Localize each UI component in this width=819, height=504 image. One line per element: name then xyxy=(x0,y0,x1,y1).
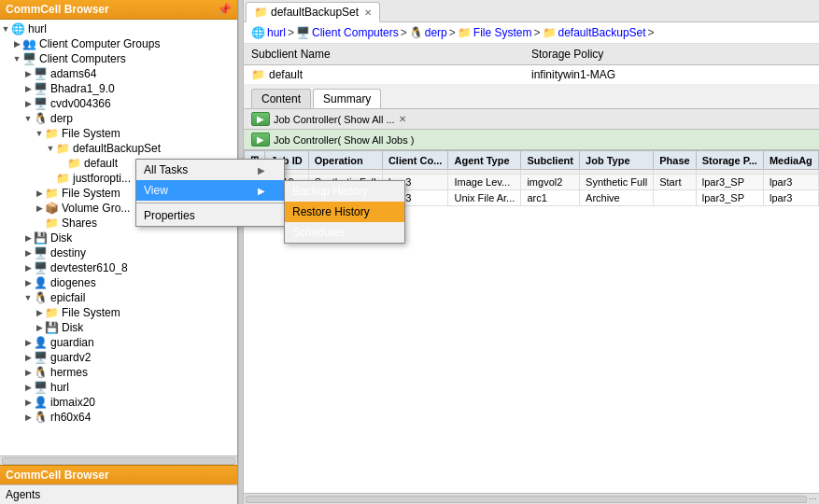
tree-item-hermes[interactable]: ▶🐧hermes xyxy=(0,365,237,380)
tree-item-epicfail-fs[interactable]: ▶📁File System xyxy=(0,305,237,320)
tree-item-client-computers[interactable]: ▼🖥️Client Computers xyxy=(0,51,237,66)
col-phase[interactable]: Phase xyxy=(654,151,697,170)
tree-label-shares: Shares xyxy=(62,217,97,230)
tree-item-devtester[interactable]: ▶🖥️devtester610_8 xyxy=(0,260,237,275)
tree-item-hurl2[interactable]: ▶🖥️hurl xyxy=(0,380,237,395)
bc-sep-3: > xyxy=(533,26,540,39)
tree-label-filesystem2: File System xyxy=(62,187,120,200)
tree-item-destiny[interactable]: ▶🖥️destiny xyxy=(0,245,237,260)
tree-icon-ibmaix20: 👤 xyxy=(34,396,48,409)
tree-label-bhadra1: Bhadra1_9.0 xyxy=(50,82,115,95)
job-controller-close[interactable]: ✕ xyxy=(399,114,406,124)
tab-default-backup-set[interactable]: 📁 defaultBackupSet ✕ xyxy=(246,2,380,22)
bc-icon-3: 📁 xyxy=(458,26,472,39)
subclient-row-icon: 📁 xyxy=(251,68,265,81)
view-submenu: Backup History Restore History Schedules xyxy=(284,180,405,244)
tree-label-epicfail-disk: Disk xyxy=(62,321,83,334)
col-client[interactable]: Client Co... xyxy=(382,151,448,170)
row2-storage-p: lpar3_SP xyxy=(696,190,763,206)
tree-item-filesystem[interactable]: ▼📁File System xyxy=(0,126,237,141)
tree-item-disk[interactable]: ▶💾Disk xyxy=(0,231,237,245)
tree-item-derp[interactable]: ▼🐧derp xyxy=(0,111,237,126)
tree-item-hurl[interactable]: ▼🌐hurl xyxy=(0,21,237,36)
horizontal-scrollbar[interactable]: ⋯ xyxy=(244,493,819,504)
tree-icon-guardian: 👤 xyxy=(34,336,48,349)
bc-item-0[interactable]: hurl xyxy=(267,26,286,39)
tree-icon-filesystem: 📁 xyxy=(45,127,59,140)
submenu-schedules[interactable]: Schedules xyxy=(285,222,404,243)
tree-item-epicfail[interactable]: ▼🐧epicfail xyxy=(0,290,237,305)
row1-storage-p: lpar3_SP xyxy=(696,175,763,190)
tree-label-destiny: destiny xyxy=(50,246,86,259)
ctx-separator xyxy=(136,203,284,203)
ctx-properties-label: Properties xyxy=(144,209,195,222)
col-job-type[interactable]: Job Type xyxy=(580,151,654,170)
job-bar-btn[interactable]: ▶ xyxy=(251,112,270,126)
ctx-properties[interactable]: Properties xyxy=(136,205,284,226)
tree-label-guardv2: guardv2 xyxy=(50,351,91,364)
tree-label-devtester: devtester610_8 xyxy=(50,261,128,274)
ctx-view[interactable]: View ▶ Backup History Restore History Sc… xyxy=(136,180,284,201)
ctx-all-tasks[interactable]: All Tasks ▶ xyxy=(136,160,284,180)
agents-label: Agents xyxy=(0,484,237,504)
bc-item-2[interactable]: derp xyxy=(425,26,447,39)
tree-icon-volumegroup: 📦 xyxy=(45,202,59,215)
tab-content[interactable]: Content xyxy=(251,89,311,108)
subclient-table-header: Subclient Name Storage Policy xyxy=(244,44,819,65)
tree-icon-bhadra1: 🖥️ xyxy=(34,82,48,95)
tree-item-defaultbackupset[interactable]: ▼📁defaultBackupSet xyxy=(0,141,237,156)
tree-icon-guardv2: 🖥️ xyxy=(34,351,48,364)
row2-agent-type: Unix File Ar... xyxy=(448,190,521,206)
submenu-backup-history[interactable]: Backup History xyxy=(285,181,404,202)
col-operation[interactable]: Operation xyxy=(308,151,382,170)
bc-item-4[interactable]: defaultBackupSet xyxy=(558,26,646,39)
row1-subclient: imgvol2 xyxy=(521,175,580,190)
col-subclient[interactable]: Subclient xyxy=(521,151,580,170)
tree-icon-rh60x64: 🐧 xyxy=(34,411,48,424)
tree-icon-justforoption: 📁 xyxy=(56,172,70,185)
sidebar-header: CommCell Browser 📌 xyxy=(0,0,237,20)
job-bar2-btn[interactable]: ▶ xyxy=(251,133,270,147)
tree-icon-client-groups: 👥 xyxy=(22,37,36,50)
tree-item-adams64[interactable]: ▶🖥️adams64 xyxy=(0,66,237,81)
tree-icon-client-computers: 🖥️ xyxy=(22,52,36,65)
tab-summary[interactable]: Summary xyxy=(313,89,381,108)
bc-sep-0: > xyxy=(288,26,294,39)
col-storage-p[interactable]: Storage P... xyxy=(696,151,763,170)
bc-item-3[interactable]: File System xyxy=(473,26,532,39)
subclient-table-row[interactable]: 📁 default infinitywin1-MAG xyxy=(244,65,819,85)
tree-label-derp: derp xyxy=(50,112,73,125)
tree-label-justforoption: justforopti... xyxy=(73,172,131,185)
submenu-restore-history[interactable]: Restore History xyxy=(285,202,404,222)
pin-icon: 📌 xyxy=(218,3,232,16)
tree-label-hurl: hurl xyxy=(28,22,47,35)
sidebar-title: CommCell Browser xyxy=(6,3,109,16)
tree-icon-derp: 🐧 xyxy=(34,112,48,125)
tree-icon-hermes: 🐧 xyxy=(34,366,48,379)
subclient-row-name: default xyxy=(269,68,303,81)
tab-close-icon[interactable]: ✕ xyxy=(364,7,372,18)
tree-icon-hurl: 🌐 xyxy=(11,22,25,35)
tree-item-cvdv[interactable]: ▶🖥️cvdv004366 xyxy=(0,96,237,111)
tree-item-guardv2[interactable]: ▶🖥️guardv2 xyxy=(0,350,237,365)
tree-item-bhadra1[interactable]: ▶🖥️Bhadra1_9.0 xyxy=(0,81,237,96)
row2-phase xyxy=(654,190,697,206)
tree-label-guardian: guardian xyxy=(50,336,94,349)
tree-item-guardian[interactable]: ▶👤guardian xyxy=(0,335,237,350)
tree-item-client-groups[interactable]: ▶👥Client Computer Groups xyxy=(0,36,237,51)
ctx-view-arrow: ▶ xyxy=(258,186,265,196)
tree-icon-destiny: 🖥️ xyxy=(34,246,48,259)
tree-item-ibmaix20[interactable]: ▶👤ibmaix20 xyxy=(0,395,237,410)
bc-item-1[interactable]: Client Computers xyxy=(312,26,399,39)
tree-icon-diogenes: 👤 xyxy=(34,276,48,289)
tab-bar: 📁 defaultBackupSet ✕ xyxy=(244,0,819,22)
col-agent-type[interactable]: Agent Type xyxy=(448,151,521,170)
job-controller-title-1: Job Controller( Show All ... xyxy=(274,114,395,125)
tree-label-ibmaix20: ibmaix20 xyxy=(50,396,95,409)
tree-item-epicfail-disk[interactable]: ▶💾Disk xyxy=(0,320,237,335)
tree-item-rh60x64[interactable]: ▶🐧rh60x64 xyxy=(0,410,237,425)
context-menu: All Tasks ▶ View ▶ Backup History Restor… xyxy=(135,159,285,227)
tree-item-diogenes[interactable]: ▶👤diogenes xyxy=(0,275,237,290)
row2-job-type: Archive xyxy=(580,190,654,206)
col-media-ag[interactable]: MediaAg xyxy=(763,151,818,170)
